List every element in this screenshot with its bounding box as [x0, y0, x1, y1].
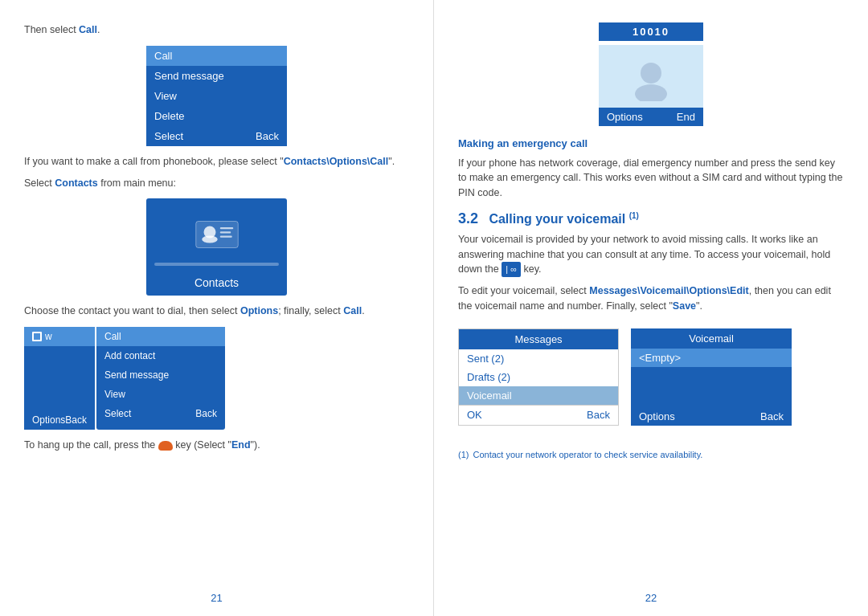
vm-header: Voicemail — [631, 328, 792, 349]
dual-ui: w Options Back Call Add contact Send mes… — [24, 327, 409, 430]
dual-right-add-contact: Add contact — [96, 346, 225, 365]
call-menu: Call Send message View Delete Select Bac… — [146, 46, 287, 146]
svg-rect-3 — [219, 227, 233, 229]
emergency-para: If your phone has network coverage, dial… — [458, 156, 844, 201]
menu-call: Call — [146, 46, 287, 66]
msg-sent: Sent (2) — [459, 349, 618, 368]
para4: To hang up the call, press the key (Sele… — [24, 438, 409, 453]
dual-left-bar: Options Back — [24, 410, 95, 430]
profile-icon — [629, 57, 674, 101]
dual-right-bar: Select Back — [96, 404, 225, 423]
page-number-right: 22 — [645, 592, 657, 604]
menu-delete: Delete — [146, 106, 287, 126]
scroll-bar — [154, 263, 279, 266]
para3: Choose the contact you want to dial, the… — [24, 304, 409, 319]
svg-rect-0 — [195, 222, 238, 248]
emergency-heading: Making an emergency call — [458, 136, 844, 152]
msg-bar: OK Back — [459, 405, 618, 424]
phone-display: 10010 Options End — [458, 22, 844, 126]
menus-area: Messages Sent (2) Drafts (2) Voicemail O… — [458, 320, 844, 434]
voicemail-para2: To edit your voicemail, select Messages\… — [458, 284, 844, 314]
svg-rect-4 — [219, 232, 231, 234]
para1: If you want to make a call from phoneboo… — [24, 154, 409, 169]
dual-left-panel: w Options Back — [24, 327, 95, 430]
dual-left-header: w — [24, 327, 95, 346]
footnote: (1) Contact your network operator to che… — [458, 450, 844, 459]
para2: Select Contacts from main menu: — [24, 176, 409, 191]
messages-header: Messages — [459, 329, 618, 349]
svg-point-2 — [202, 236, 218, 243]
page-number-left: 21 — [211, 592, 222, 604]
contacts-label: Contacts — [146, 270, 287, 296]
checkbox-icon — [32, 332, 42, 341]
svg-point-6 — [641, 63, 661, 84]
right-page: 10010 Options End Making an emergency ca… — [434, 0, 868, 616]
msg-voicemail: Voicemail — [459, 386, 618, 405]
section-heading: 3.2 Calling your voicemail (1) — [458, 210, 844, 227]
vm-space — [631, 367, 792, 407]
intro-text: Then select Call. — [24, 22, 409, 38]
phone-profile — [599, 45, 703, 108]
msg-drafts: Drafts (2) — [459, 368, 618, 386]
voicemail-menu: Voicemail <Empty> Options Back — [631, 328, 792, 426]
voicemail-key: | ∞ — [502, 262, 521, 277]
vm-bar: Options Back — [631, 407, 792, 426]
dual-left-space — [24, 346, 95, 410]
dual-right-view: View — [96, 385, 225, 404]
svg-rect-5 — [219, 236, 231, 238]
phone-number-bar: 10010 — [599, 22, 703, 41]
voicemail-para1: Your voicemail is provided by your netwo… — [458, 232, 844, 277]
left-page: Then select Call. Call Send message View… — [0, 0, 434, 616]
contacts-icon-area — [146, 198, 287, 263]
menu-send-message: Send message — [146, 66, 287, 86]
svg-point-7 — [635, 84, 667, 101]
dual-right-call: Call — [96, 327, 225, 346]
menu-view: View — [146, 86, 287, 106]
dual-right-panel: Call Add contact Send message View Selec… — [96, 327, 225, 430]
vm-empty: <Empty> — [631, 349, 792, 367]
messages-menu: Messages Sent (2) Drafts (2) Voicemail O… — [458, 328, 619, 426]
menu-bar: Select Back — [146, 126, 287, 146]
dual-right-send-message: Send message — [96, 365, 225, 385]
phone-bottom-bar: Options End — [599, 108, 703, 126]
contact-icon — [193, 214, 241, 255]
contacts-box: Contacts — [146, 198, 287, 296]
